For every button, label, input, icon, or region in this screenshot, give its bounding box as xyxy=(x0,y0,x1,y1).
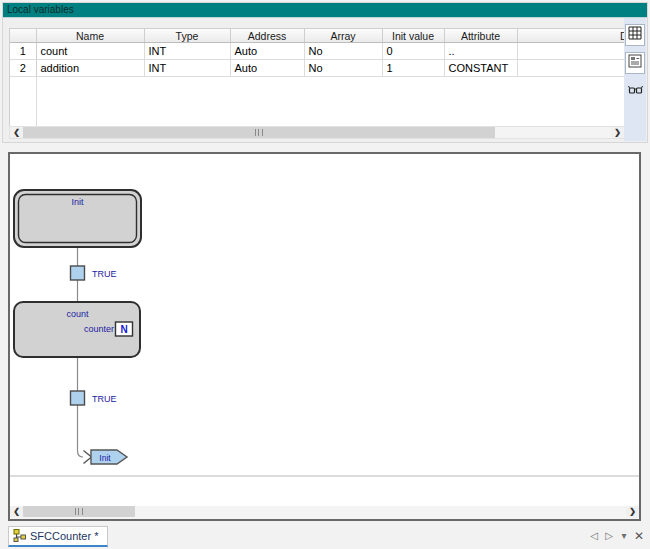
rownum-column-divider xyxy=(36,77,37,129)
cell-address[interactable]: Auto xyxy=(230,60,304,77)
sfc-transition-1[interactable]: TRUE xyxy=(71,266,117,280)
declaration-view-button[interactable] xyxy=(625,52,645,74)
cell-description[interactable] xyxy=(517,43,626,60)
cell-init-value[interactable]: 1 xyxy=(382,60,444,77)
tab-list-dropdown-button[interactable]: ▾ xyxy=(619,530,629,542)
grid-view-button[interactable] xyxy=(625,24,645,46)
tab-label: SFCCounter * xyxy=(30,530,98,542)
sfc-editor-panel: Init TRUE count counter N TRUE Init xyxy=(8,152,641,521)
col-header-name[interactable]: Name xyxy=(36,29,144,43)
jump-target-label: Init xyxy=(99,453,111,463)
action-name-label: counter xyxy=(84,324,114,334)
tab-close-button[interactable]: ✕ xyxy=(634,530,644,542)
col-header-init-value[interactable]: Init value xyxy=(382,29,444,43)
thumb-grip-icon xyxy=(75,508,83,515)
col-header-description[interactable]: D xyxy=(517,29,626,43)
thumb-grip-icon xyxy=(255,129,263,136)
sfc-horizontal-scrollbar[interactable]: ❮ ❯ xyxy=(10,506,639,519)
cell-name[interactable]: addition xyxy=(36,60,144,77)
table-row[interactable]: 2 addition INT Auto No 1 CONSTANT xyxy=(10,60,626,77)
cell-init-value[interactable]: 0 xyxy=(382,43,444,60)
row-number: 1 xyxy=(10,43,36,60)
cell-array[interactable]: No xyxy=(304,43,382,60)
tab-navigation: ◁ ▷ ▾ ✕ xyxy=(589,530,644,542)
local-variables-panel: Local variables Name Type Address Array … xyxy=(2,2,648,143)
cell-type[interactable]: INT xyxy=(144,43,230,60)
col-header-rownum[interactable] xyxy=(10,29,36,43)
initial-step-label: Init xyxy=(71,197,84,207)
cell-address[interactable]: Auto xyxy=(230,43,304,60)
table-horizontal-scrollbar[interactable]: ❮ ❯ xyxy=(9,126,625,139)
watch-view-button[interactable] xyxy=(625,80,645,102)
row-number: 2 xyxy=(10,60,36,77)
variables-table-container: Name Type Address Array Init value Attri… xyxy=(9,28,626,129)
panel-side-toolbar xyxy=(624,18,646,141)
scroll-right-arrow-icon[interactable]: ❯ xyxy=(611,127,624,138)
col-header-array[interactable]: Array xyxy=(304,29,382,43)
transition-condition-label: TRUE xyxy=(92,269,117,279)
declaration-view-icon xyxy=(628,54,642,72)
step-label: count xyxy=(66,309,89,319)
cell-description[interactable] xyxy=(517,60,626,77)
scroll-left-arrow-icon[interactable]: ❮ xyxy=(10,506,23,517)
col-header-attribute[interactable]: Attribute xyxy=(444,29,517,43)
transition-condition-label: TRUE xyxy=(92,394,117,404)
tab-sfccounter[interactable]: SFCCounter * xyxy=(8,526,108,547)
panel-title: Local variables xyxy=(7,4,74,15)
table-row[interactable]: 1 count INT Auto No 0 .. xyxy=(10,43,626,60)
panel-titlebar[interactable]: Local variables xyxy=(3,3,647,18)
col-header-address[interactable]: Address xyxy=(230,29,304,43)
sfc-transition-2[interactable]: TRUE xyxy=(71,391,117,405)
tab-next-button[interactable]: ▷ xyxy=(604,530,614,542)
tab-prev-button[interactable]: ◁ xyxy=(589,530,599,542)
col-header-type[interactable]: Type xyxy=(144,29,230,43)
document-tab-bar: SFCCounter * ◁ ▷ ▾ ✕ xyxy=(0,524,650,549)
sfc-jump[interactable]: Init xyxy=(84,450,128,464)
cell-type[interactable]: INT xyxy=(144,60,230,77)
sfc-step-count[interactable]: count counter N xyxy=(14,302,140,357)
watch-glasses-icon xyxy=(628,82,643,100)
variables-table: Name Type Address Array Init value Attri… xyxy=(10,29,626,77)
cell-attribute[interactable]: .. xyxy=(444,43,517,60)
scroll-left-arrow-icon[interactable]: ❮ xyxy=(10,127,23,138)
scrollbar-thumb[interactable] xyxy=(23,127,495,138)
scrollbar-thumb[interactable] xyxy=(23,506,135,517)
action-qualifier-label: N xyxy=(120,324,127,335)
header-row: Name Type Address Array Init value Attri… xyxy=(10,29,626,43)
cell-array[interactable]: No xyxy=(304,60,382,77)
sfc-initial-step[interactable]: Init xyxy=(14,190,141,247)
sfc-diagram: Init TRUE count counter N TRUE Init xyxy=(10,154,639,504)
sfc-program-icon xyxy=(13,529,26,544)
grid-view-icon xyxy=(628,26,642,44)
cell-attribute[interactable]: CONSTANT xyxy=(444,60,517,77)
scroll-right-arrow-icon[interactable]: ❯ xyxy=(626,506,639,517)
cell-name[interactable]: count xyxy=(36,43,144,60)
